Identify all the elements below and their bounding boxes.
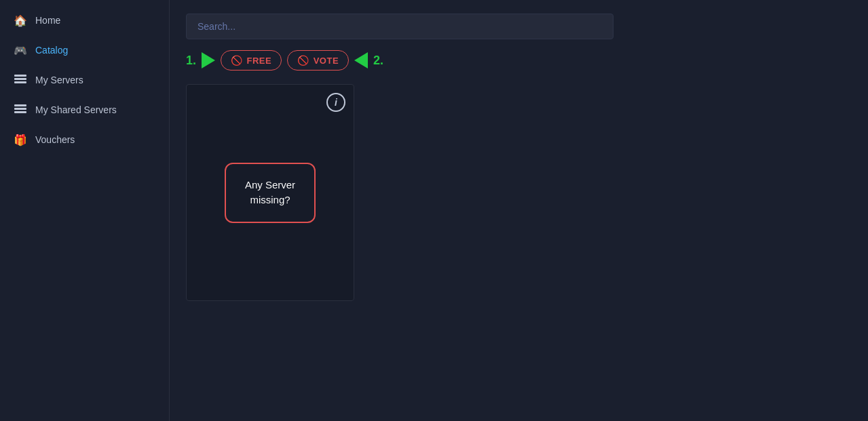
any-server-missing-button[interactable]: Any Server missing? — [225, 163, 316, 223]
search-container — [186, 14, 852, 39]
sidebar-label-vouchers: Vouchers — [35, 134, 75, 145]
card-grid: i Any Server missing? — [186, 84, 852, 301]
search-input[interactable] — [186, 14, 614, 39]
sidebar: 🏠 Home 🎮 Catalog My Servers My Shared Se… — [0, 0, 170, 421]
sidebar-item-catalog[interactable]: 🎮 Catalog — [0, 35, 169, 65]
ban-icon-vote: 🚫 — [297, 55, 309, 66]
missing-line2: missing? — [250, 194, 290, 205]
annotation-2-label: 2. — [373, 54, 383, 68]
vote-filter-label: VOTE — [314, 56, 339, 66]
svg-rect-2 — [14, 81, 26, 83]
sidebar-item-my-shared-servers[interactable]: My Shared Servers — [0, 95, 169, 125]
free-filter-label: FREE — [247, 56, 272, 66]
sidebar-label-home: Home — [35, 15, 60, 26]
vote-filter-button[interactable]: 🚫 VOTE — [287, 50, 349, 71]
sidebar-label-catalog: Catalog — [35, 45, 68, 56]
gift-icon: 🎁 — [14, 133, 27, 146]
svg-rect-4 — [14, 108, 26, 110]
svg-rect-0 — [14, 75, 26, 77]
home-icon: 🏠 — [14, 14, 27, 27]
sidebar-label-my-servers: My Servers — [35, 75, 83, 85]
svg-rect-1 — [14, 78, 26, 80]
info-icon: i — [335, 97, 337, 108]
gamepad-icon: 🎮 — [14, 43, 27, 57]
sidebar-item-vouchers[interactable]: 🎁 Vouchers — [0, 125, 169, 155]
missing-server-card[interactable]: i Any Server missing? — [186, 84, 354, 301]
main-content: 1. 🚫 FREE 🚫 VOTE 2. i Any Server missing… — [170, 0, 868, 421]
free-filter-button[interactable]: 🚫 FREE — [221, 50, 282, 71]
shared-servers-icon — [14, 103, 27, 117]
svg-rect-3 — [14, 104, 26, 106]
servers-icon — [14, 73, 27, 87]
ban-icon-free: 🚫 — [231, 55, 243, 66]
missing-line1: Any Server — [245, 179, 295, 191]
sidebar-item-my-servers[interactable]: My Servers — [0, 65, 169, 95]
arrow-right-1-icon — [202, 52, 215, 68]
sidebar-label-my-shared-servers: My Shared Servers — [35, 104, 117, 115]
svg-rect-5 — [14, 111, 26, 113]
filter-row: 1. 🚫 FREE 🚫 VOTE 2. — [186, 50, 852, 71]
annotation-1-label: 1. — [186, 54, 196, 68]
arrow-left-2-icon — [354, 52, 368, 68]
info-icon-button[interactable]: i — [326, 93, 345, 112]
sidebar-item-home[interactable]: 🏠 Home — [0, 5, 169, 35]
